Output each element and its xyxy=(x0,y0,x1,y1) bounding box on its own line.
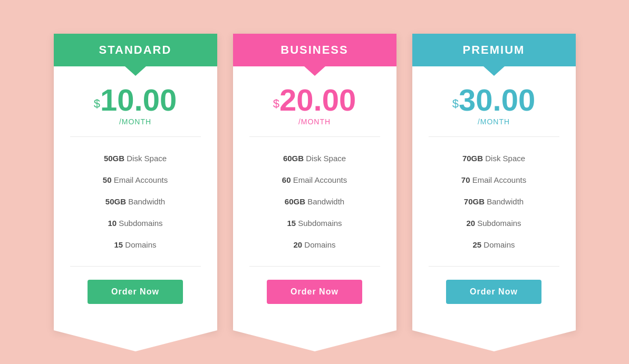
order-button-premium[interactable]: Order Now xyxy=(446,280,541,304)
price-row-standard: $10.00 xyxy=(94,85,177,115)
order-button-business[interactable]: Order Now xyxy=(267,280,362,304)
feature-value-domains-business: 20 xyxy=(293,240,302,249)
feature-label-bandwidth-premium: Bandwidth xyxy=(485,197,524,206)
price-currency-standard: $ xyxy=(94,97,100,110)
features-list-premium: 70GB Disk Space 70 Email Accounts 70GB B… xyxy=(412,137,576,266)
bottom-divider-premium xyxy=(429,266,559,267)
plan-name-standard: STANDARD xyxy=(54,43,217,57)
feature-email-premium: 70 Email Accounts xyxy=(412,169,576,191)
price-row-business: $20.00 xyxy=(273,85,356,115)
feature-label-email-business: Email Accounts xyxy=(291,175,347,184)
feature-label-disk-standard: Disk Space xyxy=(124,154,167,163)
feature-label-domains-standard: Domains xyxy=(123,240,156,249)
feature-label-disk-business: Disk Space xyxy=(304,154,346,163)
feature-disk-business: 60GB Disk Space xyxy=(233,147,396,169)
features-list-standard: 50GB Disk Space 50 Email Accounts 50GB B… xyxy=(54,137,217,266)
feature-value-subdomains-standard: 10 xyxy=(108,219,117,228)
feature-label-disk-premium: Disk Space xyxy=(483,154,525,163)
feature-label-email-premium: Email Accounts xyxy=(470,175,526,184)
price-currency-business: $ xyxy=(273,97,279,110)
features-list-business: 60GB Disk Space 60 Email Accounts 60GB B… xyxy=(233,137,396,266)
price-period-business: /MONTH xyxy=(273,117,356,126)
card-header-business: BUSINESS xyxy=(233,34,396,66)
feature-label-subdomains-business: Subdomains xyxy=(296,219,342,228)
feature-bandwidth-standard: 50GB Bandwidth xyxy=(54,191,217,212)
card-price-premium: $30.00 /MONTH xyxy=(452,66,535,136)
price-currency-premium: $ xyxy=(452,97,459,110)
feature-domains-business: 20 Domains xyxy=(233,234,396,255)
feature-value-subdomains-premium: 20 xyxy=(466,219,475,228)
feature-bandwidth-premium: 70GB Bandwidth xyxy=(412,191,576,212)
feature-value-disk-premium: 70GB xyxy=(462,154,483,163)
pricing-card-business: BUSINESS $20.00 /MONTH 60GB Disk Space 6… xyxy=(233,34,396,330)
price-amount-business: 20.00 xyxy=(279,83,356,117)
feature-value-domains-premium: 25 xyxy=(472,240,481,249)
feature-label-bandwidth-standard: Bandwidth xyxy=(126,197,165,206)
price-amount-premium: 30.00 xyxy=(459,83,535,117)
feature-value-subdomains-business: 15 xyxy=(287,219,296,228)
price-period-standard: /MONTH xyxy=(94,117,177,126)
feature-domains-standard: 15 Domains xyxy=(54,234,217,255)
feature-value-domains-standard: 15 xyxy=(114,240,123,249)
pricing-card-premium: PREMIUM $30.00 /MONTH 70GB Disk Space 70… xyxy=(412,34,576,330)
feature-bandwidth-business: 60GB Bandwidth xyxy=(233,191,396,212)
pricing-card-standard: STANDARD $10.00 /MONTH 50GB Disk Space 5… xyxy=(54,34,217,330)
feature-value-bandwidth-standard: 50GB xyxy=(105,197,126,206)
feature-label-bandwidth-business: Bandwidth xyxy=(305,197,344,206)
feature-value-email-standard: 50 xyxy=(103,175,112,184)
feature-label-domains-business: Domains xyxy=(302,240,335,249)
feature-email-business: 60 Email Accounts xyxy=(233,169,396,191)
feature-subdomains-business: 15 Subdomains xyxy=(233,212,396,234)
order-button-standard[interactable]: Order Now xyxy=(88,280,183,304)
feature-value-bandwidth-premium: 70GB xyxy=(464,197,485,206)
plan-name-business: BUSINESS xyxy=(233,43,396,57)
feature-value-disk-business: 60GB xyxy=(283,154,304,163)
pricing-container: STANDARD $10.00 /MONTH 50GB Disk Space 5… xyxy=(43,13,586,351)
card-header-premium: PREMIUM xyxy=(412,34,576,66)
card-header-standard: STANDARD xyxy=(54,34,217,66)
feature-value-bandwidth-business: 60GB xyxy=(285,197,305,206)
feature-value-email-premium: 70 xyxy=(461,175,470,184)
feature-disk-premium: 70GB Disk Space xyxy=(412,147,576,169)
card-price-standard: $10.00 /MONTH xyxy=(94,66,177,136)
bottom-divider-standard xyxy=(70,266,201,267)
card-price-business: $20.00 /MONTH xyxy=(273,66,356,136)
feature-disk-standard: 50GB Disk Space xyxy=(54,147,217,169)
feature-subdomains-standard: 10 Subdomains xyxy=(54,212,217,234)
feature-label-subdomains-premium: Subdomains xyxy=(475,219,521,228)
price-period-premium: /MONTH xyxy=(452,117,535,126)
bottom-divider-business xyxy=(249,266,380,267)
feature-subdomains-premium: 20 Subdomains xyxy=(412,212,576,234)
feature-domains-premium: 25 Domains xyxy=(412,234,576,255)
feature-label-domains-premium: Domains xyxy=(481,240,515,249)
feature-value-disk-standard: 50GB xyxy=(104,154,124,163)
feature-label-subdomains-standard: Subdomains xyxy=(117,219,163,228)
plan-name-premium: PREMIUM xyxy=(412,43,576,57)
feature-label-email-standard: Email Accounts xyxy=(111,175,168,184)
feature-value-email-business: 60 xyxy=(282,175,291,184)
price-row-premium: $30.00 xyxy=(452,85,535,115)
feature-email-standard: 50 Email Accounts xyxy=(54,169,217,191)
price-amount-standard: 10.00 xyxy=(100,83,177,117)
